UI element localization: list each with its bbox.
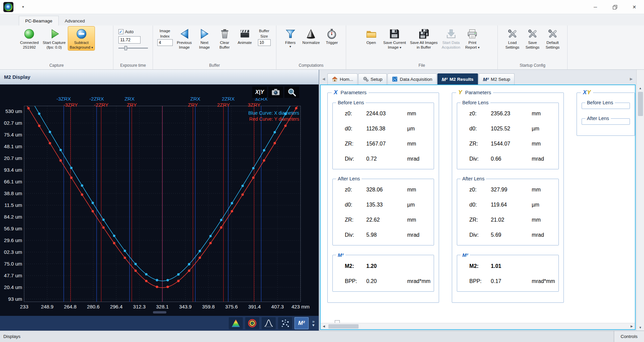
default-settings-label: Default	[546, 40, 558, 45]
animate-button[interactable]: Animate	[235, 26, 255, 46]
beam-profile-display-button[interactable]	[229, 317, 243, 329]
tracking-display-button[interactable]	[278, 317, 292, 329]
beam-pyramid-icon	[231, 318, 241, 328]
vscroll-thumb[interactable]	[638, 92, 643, 116]
m2-display-title: M2 Display	[0, 70, 319, 84]
svg-text:248.9: 248.9	[41, 304, 54, 309]
restore-button[interactable]	[605, 0, 625, 14]
hscroll-track[interactable]	[327, 323, 629, 329]
svg-text:38.8 um: 38.8 um	[4, 190, 22, 196]
param-label: Div:	[345, 156, 366, 162]
subtract-dropdown-icon[interactable]: ▾	[91, 46, 93, 49]
default-settings-label-2: Settings	[546, 45, 560, 50]
3d-display-button[interactable]	[262, 317, 276, 329]
tab-m2-results[interactable]: M² M2 Results	[437, 73, 478, 84]
normalize-label: Normalize	[303, 40, 320, 45]
exposure-slider-thumb[interactable]	[124, 46, 127, 50]
tab-m2-setup[interactable]: M² M2 Setup	[479, 73, 515, 84]
more-displays-button[interactable]: » ▾	[312, 320, 315, 327]
save-all-images-button[interactable]: Save All Images in Buffer	[408, 26, 439, 50]
exposure-slider[interactable]	[118, 46, 148, 50]
svg-text:391.4: 391.4	[248, 304, 261, 309]
gaussian-profile-icon	[264, 318, 274, 328]
vertical-scrollbar[interactable]: ▲ ▼	[636, 70, 644, 331]
param-label: ZR:	[345, 141, 366, 147]
file-group-label: File	[347, 63, 496, 69]
toggle-xy-curves-button[interactable]: X|Y	[252, 87, 267, 98]
tab-scroll-left-button[interactable]: ◀	[321, 77, 326, 81]
svg-text:296.4: 296.4	[110, 304, 123, 309]
param-value: 1126.38	[366, 126, 407, 132]
image-index-input[interactable]	[157, 39, 173, 46]
minimize-button[interactable]: ─	[586, 0, 605, 14]
close-icon: ✕	[632, 4, 636, 10]
param-label: d0:	[345, 126, 366, 132]
print-dropdown-icon[interactable]: ▾	[478, 46, 480, 49]
m2-display-button[interactable]: M²	[294, 317, 309, 329]
param-value: 1567.07	[366, 141, 407, 147]
camera-serial-label: 251992	[23, 45, 36, 50]
2d-display-button[interactable]	[245, 317, 259, 329]
svg-text:02.3 um: 02.3 um	[4, 249, 22, 255]
vscroll-up-button[interactable]: ▲	[639, 85, 642, 91]
horizontal-scrollbar[interactable]: ◀ ▶	[321, 323, 635, 329]
save-current-image-button[interactable]: Save Current Image ▾	[382, 26, 408, 50]
close-button[interactable]: ✕	[625, 0, 644, 14]
param-value: 21.02	[491, 217, 532, 223]
app-logo-icon[interactable]	[3, 2, 13, 12]
next-image-button[interactable]: Next Image	[195, 26, 214, 50]
controls-panel-tab[interactable]: Controls	[614, 331, 644, 342]
open-button[interactable]: Open	[362, 26, 381, 46]
home-icon	[332, 76, 338, 82]
snapshot-button[interactable]	[268, 87, 283, 98]
exposure-slider-track	[118, 48, 148, 49]
param-label: ZR:	[469, 217, 491, 223]
filters-dropdown-icon[interactable]: ▾	[289, 45, 291, 48]
normalize-button[interactable]: Normalize	[301, 26, 322, 46]
param-label: M2:	[469, 263, 491, 269]
param-label: d0:	[469, 126, 491, 132]
quick-access-chevron-icon[interactable]: ▾	[22, 5, 24, 9]
print-report-button[interactable]: Print Report ▾	[463, 26, 482, 50]
ribbon-tab-advanced[interactable]: Advanced	[59, 16, 91, 25]
zoom-button[interactable]	[284, 87, 299, 98]
param-value: 135.33	[366, 202, 407, 208]
connected-button[interactable]: Connected 251992	[18, 26, 41, 50]
subtract-background-button[interactable]: Subtract Background ▾	[68, 26, 95, 50]
buffer-size-input[interactable]	[258, 39, 271, 46]
right-panel: ◀ Hom... Setup Data Acquisition M² M2 Re…	[319, 70, 636, 331]
m2-logo-icon: M²	[298, 320, 305, 327]
param-value: 328.06	[366, 187, 407, 193]
ribbon-group-buffer: Image Index Previous Image Next Image Cl…	[153, 25, 276, 69]
previous-image-button[interactable]: Previous Image	[175, 26, 194, 50]
vscroll-down-button[interactable]: ▼	[639, 325, 642, 331]
tab-home[interactable]: Hom...	[327, 73, 358, 84]
filters-button[interactable]: Filters ▾	[281, 26, 300, 49]
exposure-time-input[interactable]	[118, 36, 141, 44]
tab-data-acquisition[interactable]: Data Acquisition	[387, 73, 437, 84]
ribbon-tab-pc-beamage[interactable]: PC-Beamage	[19, 16, 59, 25]
auto-exposure-checkbox[interactable]: ✓	[118, 29, 123, 34]
clear-buffer-button[interactable]: Clear Buffer	[215, 26, 234, 50]
trigger-button[interactable]: Trigger	[322, 26, 341, 46]
tab-setup-label: Setup	[371, 77, 382, 82]
tab-setup[interactable]: Setup	[358, 73, 387, 84]
displays-panel-tab[interactable]: Displays	[0, 331, 614, 342]
param-row: Div:5.98mrad	[336, 227, 430, 242]
start-data-acquisition-button[interactable]: Start Data Acquisition	[440, 26, 462, 50]
save-settings-button[interactable]: Save Settings	[523, 26, 542, 50]
hscroll-left-button[interactable]: ◀	[321, 325, 327, 328]
save-current-dropdown-icon[interactable]: ▾	[400, 46, 401, 49]
param-label: d0:	[345, 202, 366, 208]
hscroll-thumb[interactable]	[328, 324, 359, 329]
default-settings-button[interactable]: Default Settings	[543, 26, 562, 50]
filters-label: Filters	[285, 40, 296, 45]
start-capture-button[interactable]: Start Capture (fps: 0.0)	[41, 26, 67, 50]
tab-scroll-right-button[interactable]: ▶	[629, 77, 634, 81]
param-group-m-: M²M2:1.01BPP:0.17mrad*mm	[457, 252, 558, 292]
load-settings-button[interactable]: Load Settings	[503, 26, 522, 50]
display-mode-bar: M² » ▾	[0, 316, 319, 331]
hscroll-right-button[interactable]: ▶	[629, 325, 635, 328]
param-row: ZR:22.62mm	[336, 212, 430, 227]
previous-arrow-icon	[179, 28, 190, 40]
